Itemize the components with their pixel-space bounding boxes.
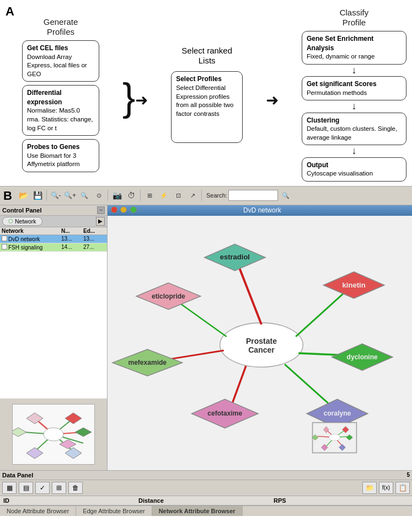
box-select-profiles: Select Profiles Select Differential Expr… [171, 71, 243, 143]
svg-text:cefotaxime: cefotaxime [207, 409, 242, 417]
clock-button[interactable]: ⏱ [125, 189, 138, 202]
svg-point-47 [329, 434, 340, 441]
data-panel: Data Panel 5 ▦ ▤ ✓ ⊞ 🗑 📁 f(x) 📋 ID Dista… [0, 470, 412, 516]
section-a: A GenerateProfiles Get CEL files Downloa… [0, 0, 412, 186]
network-nav-right[interactable]: ▶ [96, 217, 105, 226]
zoom-fit-button[interactable]: 🔍 [78, 189, 91, 202]
control-panel-header: Control Panel ↔ [0, 205, 107, 216]
arrow-2: ➜ [266, 91, 279, 109]
dp-grid-btn[interactable]: ⊞ [52, 482, 66, 494]
zoom-in-button[interactable]: 🔍+ [63, 189, 77, 202]
camera-button[interactable]: 📷 [110, 189, 124, 202]
data-table-header: ID Distance RPS [0, 496, 412, 506]
col1-title: GenerateProfiles [22, 17, 99, 37]
col3-title: ClassifyProfile [302, 8, 406, 28]
search-label: Search: [206, 192, 227, 199]
svg-text:coralyne: coralyne [324, 409, 351, 417]
left-panel-empty [0, 252, 107, 398]
dp-import-btn[interactable]: 📁 [362, 482, 377, 494]
filter-button[interactable]: ⚡ [157, 189, 170, 202]
col1: GenerateProfiles Get CEL files Download … [22, 17, 99, 172]
col1-boxes: Get CEL files Download Array Express, lo… [22, 40, 99, 172]
data-panel-header: Data Panel 5 [0, 471, 412, 480]
network-table-header: Network N... Ed... [0, 227, 107, 235]
dvd-icon [2, 236, 7, 241]
dp-export-btn[interactable]: 📋 [395, 482, 410, 494]
network-window-title: DvD network [243, 206, 281, 214]
search-input[interactable] [228, 190, 278, 201]
toolbar: 📂 💾 🔍- 🔍+ 🔍 ⊙ 📷 ⏱ ⊞ ⚡ ⊡ ↗ Search: 🔍 [0, 187, 412, 205]
control-panel-collapse[interactable]: ↔ [97, 206, 105, 214]
dp-check-btn[interactable]: ✓ [35, 482, 50, 494]
main-area: Control Panel ↔ ⬡ Network ▶ Network N...… [0, 205, 412, 470]
svg-text:eticlopride: eticlopride [152, 292, 185, 300]
svg-marker-10 [13, 428, 26, 437]
maximize-button[interactable] [130, 206, 137, 213]
network-attr-tab[interactable]: Network Attribute Browser [152, 506, 243, 516]
dp-table-btn[interactable]: ▦ [2, 482, 17, 494]
svg-point-7 [44, 428, 63, 441]
box-output: Output Cytoscape visualisation [302, 157, 406, 182]
data-panel-toolbar: ▦ ▤ ✓ ⊞ 🗑 📁 f(x) 📋 [0, 480, 412, 496]
network-thumbnail [12, 404, 95, 465]
section-b-label: B [3, 189, 12, 203]
close-button[interactable] [111, 206, 117, 213]
sep2 [108, 190, 108, 201]
edge-attr-tab[interactable]: Edge Attribute Browser [76, 506, 152, 516]
zoom-out-button[interactable]: 🔍- [49, 189, 62, 202]
box-probes-genes: Probes to Genes Use Biomart for 3 Affyme… [22, 139, 99, 172]
col3-boxes: Gene Set Enrichment Analysis Fixed, dyna… [302, 31, 406, 182]
open-button[interactable]: 📂 [17, 189, 30, 202]
network-title-bar: DvD network [108, 205, 412, 216]
export-button[interactable]: ↗ [186, 189, 199, 202]
svg-marker-9 [65, 413, 82, 424]
network-row-dvd[interactable]: DvD network 13... 13... [0, 235, 107, 243]
box-cel-files: Get CEL files Download Array Express, lo… [22, 40, 99, 82]
svg-text:kinetin: kinetin [343, 281, 366, 289]
svg-text:Cancer: Cancer [248, 345, 275, 354]
network-graph[interactable]: Prostate Cancer [108, 216, 412, 469]
window-buttons [111, 206, 138, 215]
network-icon: ⬡ [8, 218, 13, 224]
box-sig-scores: Get significant Scores Permutation metho… [302, 76, 406, 100]
dp-list-btn[interactable]: ▤ [19, 482, 33, 494]
select-button[interactable]: ⊡ [172, 189, 185, 202]
fsh-icon [2, 244, 7, 249]
search-go-button[interactable]: 🔍 [279, 189, 292, 202]
box-clustering: Clustering Default, custom clusters. Sin… [302, 113, 406, 146]
brace-arrow-1: } ➜ [122, 83, 148, 116]
network-tab-bar: ⬡ Network ▶ [0, 216, 107, 227]
col2-title: Select rankedLists [181, 46, 232, 66]
svg-marker-11 [75, 428, 92, 437]
svg-text:Prostate: Prostate [246, 337, 277, 345]
network-tab-button[interactable]: ⬡ Network [2, 217, 42, 226]
zoom-100-button[interactable]: ⊙ [92, 189, 105, 202]
box-diff-expr: Differential expression Normalise: Mas5.… [22, 85, 99, 136]
flow-diagram: GenerateProfiles Get CEL files Download … [6, 8, 406, 182]
sep4 [201, 190, 202, 201]
sep3 [140, 190, 141, 201]
arrow-down-2: ↓ [302, 100, 406, 113]
svg-text:dyclonine: dyclonine [347, 353, 378, 361]
left-panel: Control Panel ↔ ⬡ Network ▶ Network N...… [0, 205, 108, 470]
svg-marker-12 [26, 448, 43, 459]
svg-marker-8 [26, 413, 43, 424]
arrow-down-1: ↓ [302, 65, 406, 77]
network-row-fsh[interactable]: FSH signaling 14... 27... [0, 243, 107, 252]
minimize-button[interactable] [120, 206, 127, 213]
save-button[interactable]: 💾 [31, 189, 44, 202]
sep1 [46, 190, 47, 201]
box-gsea: Gene Set Enrichment Analysis Fixed, dyna… [302, 31, 406, 65]
svg-marker-13 [65, 448, 82, 459]
attr-tabs: Node Attribute Browser Edge Attribute Br… [0, 506, 412, 516]
node-attr-tab[interactable]: Node Attribute Browser [0, 506, 76, 516]
dp-trash-btn[interactable]: 🗑 [68, 482, 83, 494]
col3: ClassifyProfile Gene Set Enrichment Anal… [302, 8, 406, 182]
network-canvas: DvD network Prostate Cancer [108, 205, 412, 470]
arrow-down-3: ↓ [302, 145, 406, 157]
svg-text:mefexamide: mefexamide [128, 359, 167, 366]
grid-button[interactable]: ⊞ [143, 189, 156, 202]
col2: Select rankedLists Select Profiles Selec… [171, 46, 243, 143]
svg-text:estradiol: estradiol [220, 253, 250, 261]
dp-func-btn[interactable]: f(x) [379, 482, 393, 494]
